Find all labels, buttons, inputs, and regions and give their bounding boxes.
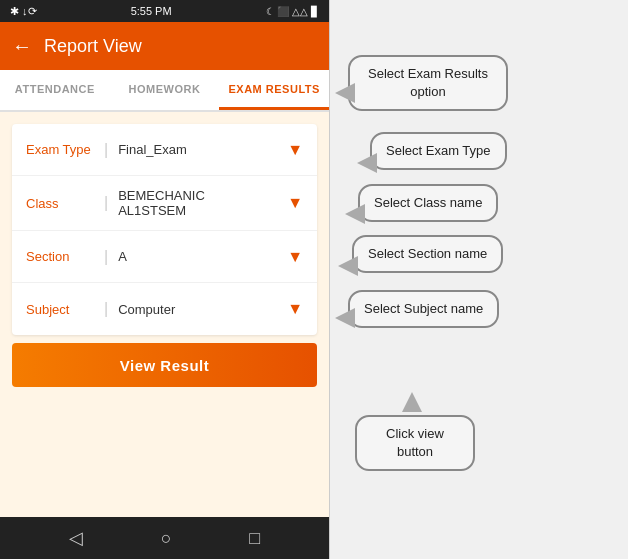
exam-type-divider: |	[104, 141, 108, 159]
arrow-subject	[335, 308, 355, 328]
section-arrow-icon: ▼	[287, 248, 303, 266]
back-button[interactable]: ←	[12, 35, 32, 58]
nav-back-icon[interactable]: ◁	[69, 527, 83, 549]
arrow-view-button	[402, 392, 422, 412]
class-divider: |	[104, 194, 108, 212]
class-label: Class	[26, 196, 94, 211]
subject-label: Subject	[26, 302, 94, 317]
callout-exam-results: Select Exam Results option	[348, 55, 508, 111]
subject-divider: |	[104, 300, 108, 318]
phone-shell: ✱ ↓⟳ 5:55 PM ☾ ⬛ △△ ▊ ← Report View ATTE…	[0, 0, 330, 559]
tab-homework[interactable]: HOMEWORK	[110, 70, 220, 110]
callout-class: Select Class name	[358, 184, 498, 222]
form-card: Exam Type | Final_Exam ▼ Class | BEMECHA…	[12, 124, 317, 335]
arrow-exam-type	[357, 153, 377, 173]
class-row[interactable]: Class | BEMECHANICAL1STSEM ▼	[12, 176, 317, 231]
arrow-exam-results	[335, 83, 355, 103]
exam-type-row[interactable]: Exam Type | Final_Exam ▼	[12, 124, 317, 176]
bottom-nav: ◁ ○ □	[0, 517, 329, 559]
callout-exam-type: Select Exam Type	[370, 132, 507, 170]
annotations-panel: Select Exam Results option Select Exam T…	[330, 0, 628, 559]
content-area: Exam Type | Final_Exam ▼ Class | BEMECHA…	[0, 112, 329, 517]
tab-exam-results[interactable]: EXAM RESULTS	[219, 70, 329, 110]
app-bar: ← Report View	[0, 22, 329, 70]
status-bar-icons: ☾ ⬛ △△ ▊	[266, 6, 319, 17]
nav-recent-icon[interactable]: □	[249, 528, 260, 549]
nav-home-icon[interactable]: ○	[161, 528, 172, 549]
status-bar: ✱ ↓⟳ 5:55 PM ☾ ⬛ △△ ▊	[0, 0, 329, 22]
arrow-class	[345, 204, 365, 224]
callout-section: Select Section name	[352, 235, 503, 273]
arrow-section	[338, 256, 358, 276]
subject-arrow-icon: ▼	[287, 300, 303, 318]
exam-type-value: Final_Exam	[118, 142, 281, 157]
status-bar-left: ✱ ↓⟳	[10, 5, 37, 18]
subject-row[interactable]: Subject | Computer ▼	[12, 283, 317, 335]
section-divider: |	[104, 248, 108, 266]
class-arrow-icon: ▼	[287, 194, 303, 212]
section-row[interactable]: Section | A ▼	[12, 231, 317, 283]
tab-bar: ATTENDANCE HOMEWORK EXAM RESULTS	[0, 70, 329, 112]
exam-type-label: Exam Type	[26, 142, 94, 157]
callout-view-button: Click view button	[355, 415, 475, 471]
section-label: Section	[26, 249, 94, 264]
page-title: Report View	[44, 36, 142, 57]
class-value: BEMECHANICAL1STSEM	[118, 188, 281, 218]
tab-attendance[interactable]: ATTENDANCE	[0, 70, 110, 110]
exam-type-arrow-icon: ▼	[287, 141, 303, 159]
section-value: A	[118, 249, 281, 264]
view-result-button[interactable]: View Result	[12, 343, 317, 387]
callout-subject: Select Subject name	[348, 290, 499, 328]
status-bar-time: 5:55 PM	[131, 5, 172, 17]
subject-value: Computer	[118, 302, 281, 317]
